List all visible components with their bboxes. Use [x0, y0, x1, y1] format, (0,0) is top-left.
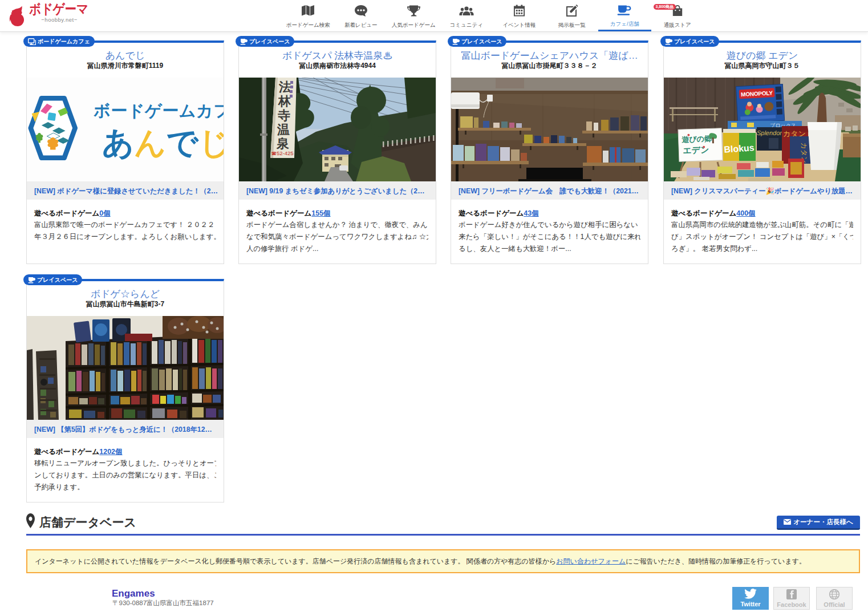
- svg-text:エデン: エデン: [683, 144, 709, 155]
- svg-text:寺: 寺: [278, 108, 290, 123]
- svg-text:泉: 泉: [276, 136, 289, 151]
- svg-text:林: 林: [278, 94, 291, 108]
- svg-text:温: 温: [277, 123, 290, 137]
- svg-text:Splendor: Splendor: [757, 129, 782, 136]
- svg-text:遊びの郷: 遊びの郷: [682, 134, 712, 144]
- svg-text:ボードゲームカフ: ボードゲームカフ: [94, 102, 224, 120]
- svg-text:法: 法: [278, 80, 291, 94]
- svg-text:あんでじ: あんでじ: [102, 125, 224, 160]
- svg-text:☎52-425: ☎52-425: [271, 150, 293, 156]
